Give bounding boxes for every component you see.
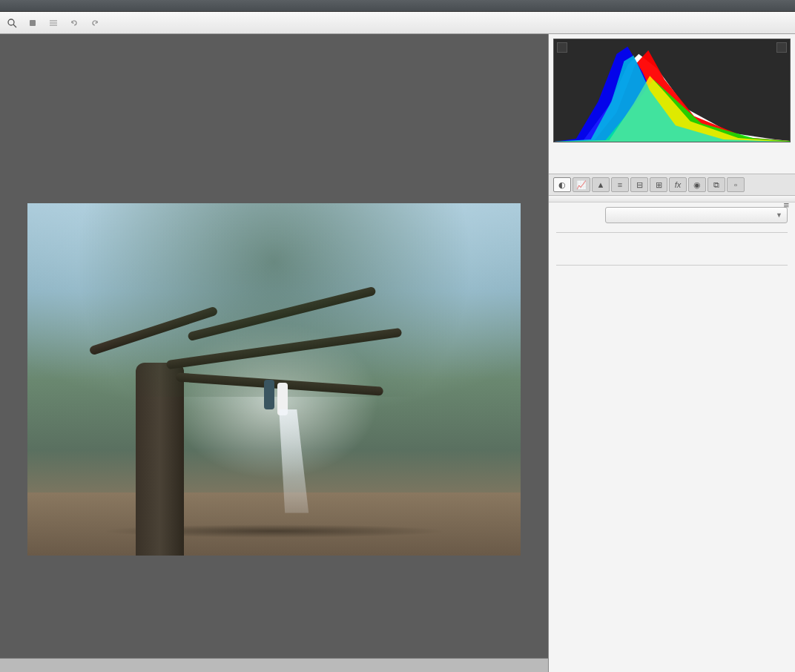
tab-hsl-icon[interactable]: ≡ [611, 177, 629, 192]
main-area: ◐ 📈 ▲ ≡ ⊟ ⊞ fx ◉ ⧉ ▫ ≡ ▼ [0, 34, 795, 672]
svg-line-1 [13, 24, 16, 27]
section-title: ≡ [549, 196, 795, 202]
filename-label [0, 658, 548, 666]
image-info-label [0, 666, 548, 672]
tab-detail-icon[interactable]: ▲ [592, 177, 610, 192]
options-bar [0, 12, 795, 34]
rotate-ccw-icon[interactable] [68, 17, 80, 29]
shadow-clip-icon[interactable] [557, 42, 567, 53]
chevron-down-icon: ▼ [776, 211, 782, 219]
rotate-cw-icon[interactable] [89, 17, 101, 29]
title-bar [0, 0, 795, 12]
tab-split-icon[interactable]: ⊟ [630, 177, 648, 192]
rgb-readout [549, 142, 795, 174]
photo-preview [27, 203, 521, 556]
tab-curve-icon[interactable]: 📈 [573, 177, 590, 192]
svg-point-0 [8, 19, 14, 25]
tab-presets-icon[interactable]: ⧉ [707, 177, 725, 192]
exif-readout [586, 147, 788, 169]
canvas-area [0, 34, 548, 672]
tab-lens-icon[interactable]: ⊞ [650, 177, 667, 192]
zoom-tool-icon[interactable] [6, 17, 18, 29]
basic-panel: ▼ [549, 202, 795, 277]
list-icon[interactable] [47, 17, 59, 29]
tab-snapshots-icon[interactable]: ▫ [727, 177, 745, 192]
tab-camera-icon[interactable]: ◉ [688, 177, 706, 192]
panel-tabs: ◐ 📈 ▲ ≡ ⊟ ⊞ fx ◉ ⧉ ▫ [549, 174, 795, 196]
highlight-clip-icon[interactable] [776, 42, 787, 53]
svg-rect-2 [30, 20, 36, 26]
panel-menu-icon[interactable]: ≡ [783, 200, 789, 211]
hand-tool-icon[interactable] [27, 17, 39, 29]
tab-basic-icon[interactable]: ◐ [553, 177, 571, 192]
auto-default-links [556, 240, 788, 256]
histogram[interactable] [553, 39, 791, 142]
canvas-viewport[interactable] [0, 34, 548, 658]
tab-fx-icon[interactable]: fx [669, 177, 687, 192]
white-balance-dropdown[interactable]: ▼ [605, 207, 788, 223]
right-panel: ◐ 📈 ▲ ≡ ⊟ ⊞ fx ◉ ⧉ ▫ ≡ ▼ [548, 34, 795, 672]
